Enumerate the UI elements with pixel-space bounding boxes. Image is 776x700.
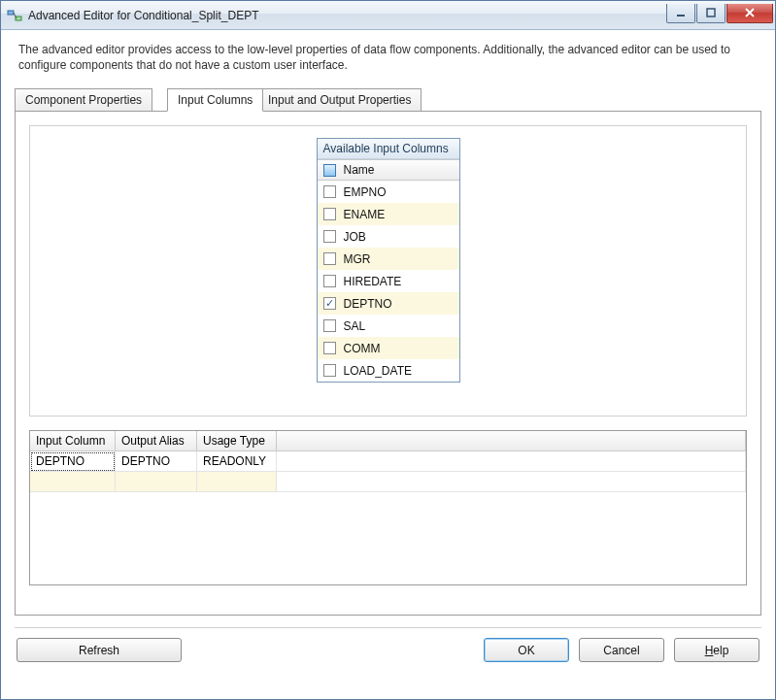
help-mnemonic: Help: [705, 644, 729, 657]
close-button[interactable]: [726, 4, 773, 23]
column-checkbox[interactable]: [323, 230, 336, 243]
grid-cell[interactable]: DEPTNO: [30, 451, 116, 472]
column-name: DEPTNO: [344, 297, 392, 311]
column-checkbox[interactable]: [323, 252, 336, 265]
minimize-button[interactable]: [666, 4, 695, 23]
available-column-row[interactable]: JOB: [318, 225, 459, 248]
dialog-window: Advanced Editor for Conditional_Split_DE…: [0, 0, 776, 700]
tab-input-columns[interactable]: Input Columns: [167, 88, 263, 112]
column-checkbox[interactable]: [323, 208, 336, 220]
grid-cell[interactable]: DEPTNO: [116, 451, 197, 472]
svg-rect-2: [677, 15, 685, 17]
description-text: The advanced editor provides access to t…: [15, 40, 761, 88]
available-column-row[interactable]: HIREDATE: [318, 270, 459, 292]
footer: Refresh OK Cancel Help: [15, 638, 761, 664]
available-column-row[interactable]: SAL: [318, 315, 459, 337]
grid-cell-spacer: [277, 451, 746, 472]
maximize-button[interactable]: [696, 4, 725, 23]
app-icon: [7, 8, 22, 23]
cancel-button[interactable]: Cancel: [579, 638, 664, 662]
window-title: Advanced Editor for Conditional_Split_DE…: [28, 9, 666, 22]
col-header-usage-type[interactable]: Usage Type: [197, 431, 277, 451]
svg-rect-0: [8, 11, 14, 15]
available-columns-group: Available Input Columns Name EMPNOENAMEJ…: [29, 125, 747, 417]
ok-button[interactable]: OK: [484, 638, 569, 662]
column-checkbox[interactable]: [323, 185, 336, 198]
column-checkbox[interactable]: [323, 297, 336, 310]
column-checkbox[interactable]: [323, 342, 336, 354]
available-columns-box: Available Input Columns Name EMPNOENAMEJ…: [317, 138, 460, 383]
column-name: MGR: [344, 252, 371, 266]
grid-empty-row[interactable]: [30, 472, 746, 492]
column-name: COMM: [344, 342, 381, 355]
titlebar[interactable]: Advanced Editor for Conditional_Split_DE…: [1, 1, 775, 30]
tabs: Component Properties Input Columns Input…: [15, 88, 761, 112]
available-column-row[interactable]: EMPNO: [318, 181, 459, 203]
column-name: EMPNO: [344, 185, 387, 199]
select-all-checkbox[interactable]: [323, 164, 336, 177]
name-column-header: Name: [344, 163, 375, 177]
available-column-row[interactable]: DEPTNO: [318, 292, 459, 315]
grid-header: Input Column Output Alias Usage Type: [30, 431, 746, 451]
column-checkbox[interactable]: [323, 319, 336, 332]
col-header-output-alias[interactable]: Output Alias: [116, 431, 197, 451]
available-column-row[interactable]: LOAD_DATE: [318, 359, 459, 382]
selected-columns-grid: Input Column Output Alias Usage Type DEP…: [29, 430, 747, 585]
column-name: JOB: [344, 230, 366, 244]
svg-rect-3: [707, 9, 715, 17]
help-button[interactable]: Help: [674, 638, 759, 662]
available-columns-title: Available Input Columns: [318, 139, 459, 159]
col-header-spacer: [277, 431, 746, 451]
refresh-button[interactable]: Refresh: [17, 638, 182, 662]
window-controls: [666, 4, 773, 23]
available-column-row[interactable]: MGR: [318, 248, 459, 270]
col-header-input-column[interactable]: Input Column: [30, 431, 116, 451]
tab-io-properties[interactable]: Input and Output Properties: [257, 88, 422, 112]
column-name: ENAME: [344, 208, 386, 221]
tab-panel-input-columns: Available Input Columns Name EMPNOENAMEJ…: [15, 111, 761, 616]
grid-row[interactable]: DEPTNODEPTNOREADONLY: [30, 451, 746, 472]
column-name: LOAD_DATE: [344, 364, 412, 378]
grid-cell[interactable]: READONLY: [197, 451, 277, 472]
tab-component-properties[interactable]: Component Properties: [15, 88, 152, 112]
column-checkbox[interactable]: [323, 275, 336, 287]
available-columns-header-row[interactable]: Name: [318, 159, 459, 181]
separator: [15, 627, 761, 628]
dialog-body: The advanced editor provides access to t…: [1, 30, 775, 699]
available-column-row[interactable]: ENAME: [318, 203, 459, 225]
available-column-row[interactable]: COMM: [318, 337, 459, 359]
column-name: SAL: [344, 319, 366, 333]
column-name: HIREDATE: [344, 275, 402, 288]
column-checkbox[interactable]: [323, 364, 336, 377]
